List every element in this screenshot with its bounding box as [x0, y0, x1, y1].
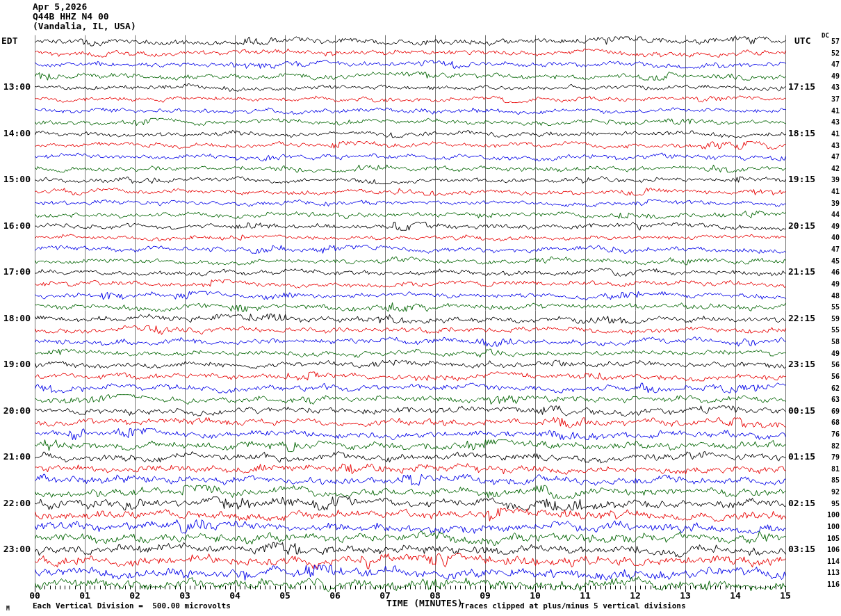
right-axis-time: 20:15 — [788, 221, 815, 231]
header-station: Q44B HHZ N4 00 — [33, 12, 109, 22]
dc-offset-value: 116 — [824, 581, 840, 588]
dc-offset-value: 63 — [824, 396, 840, 403]
bottom-axis-tick-label: 06 — [326, 591, 344, 601]
dc-offset-value: 55 — [824, 303, 840, 311]
footer-scale-note: Each Vertical Division = 500.00 microvol… — [33, 602, 231, 610]
dc-offset-value: 41 — [824, 188, 840, 195]
left-axis-time: 13:00 — [0, 82, 31, 92]
dc-offset-value: 62 — [824, 384, 840, 392]
right-axis-time: 01:15 — [788, 452, 815, 462]
dc-offset-value: 55 — [824, 326, 840, 334]
header-location: (Vandalia, IL, USA) — [33, 22, 136, 31]
dc-offset-value: 41 — [824, 130, 840, 138]
webicorder-screen: Apr 5,2026 Q44B HHZ N4 00 (Vandalia, IL,… — [0, 0, 841, 616]
right-axis-time: 19:15 — [788, 175, 815, 184]
dc-offset-value: 100 — [824, 511, 840, 519]
dc-offset-value: 68 — [824, 419, 840, 426]
dc-offset-value: 56 — [824, 361, 840, 368]
footer-clip-note: Traces clipped at plus/minus 5 vertical … — [460, 602, 686, 610]
dc-offset-value: 40 — [824, 234, 840, 241]
dc-offset-value: 95 — [824, 500, 840, 508]
dc-offset-value: 44 — [824, 211, 840, 218]
left-axis-time: 14:00 — [0, 129, 31, 138]
dc-offset-value: 41 — [824, 107, 840, 115]
dc-offset-value: 106 — [824, 546, 840, 553]
left-axis-time: 23:00 — [0, 544, 31, 554]
dc-offset-value: 58 — [824, 338, 840, 346]
bottom-axis-tick-label: 12 — [626, 591, 644, 601]
dc-offset-value: 76 — [824, 430, 840, 438]
bottom-axis-tick-label: 15 — [776, 591, 794, 601]
right-axis-time: 23:15 — [788, 359, 815, 369]
dc-offset-value: 47 — [824, 153, 840, 161]
bottom-axis-tick-label: 13 — [676, 591, 694, 601]
bottom-axis-tick-label: 00 — [26, 591, 44, 601]
dc-offset-value: 57 — [824, 38, 840, 45]
dc-offset-value: 49 — [824, 350, 840, 357]
footer-glyph: M — [6, 606, 10, 612]
bottom-axis-tick-label: 03 — [176, 591, 194, 601]
bottom-axis-tick-label: 04 — [226, 591, 244, 601]
bottom-axis-tick-label: 02 — [126, 591, 144, 601]
dc-offset-value: 46 — [824, 268, 840, 276]
dc-offset-value: 82 — [824, 442, 840, 450]
dc-offset-value: 79 — [824, 453, 840, 461]
dc-offset-value: 56 — [824, 373, 840, 380]
dc-offset-value: 47 — [824, 60, 840, 68]
dc-offset-value: 39 — [824, 176, 840, 184]
dc-offset-value: 49 — [824, 72, 840, 80]
dc-offset-value: 92 — [824, 488, 840, 496]
dc-offset-value: 100 — [824, 523, 840, 530]
dc-offset-value: 49 — [824, 280, 840, 288]
bottom-axis-tick-label: 14 — [726, 591, 744, 601]
bottom-axis-tick-label: 09 — [476, 591, 494, 601]
dc-offset-value: 105 — [824, 535, 840, 542]
dc-offset-value: 43 — [824, 142, 840, 149]
left-axis-time: 20:00 — [0, 406, 31, 416]
dc-offset-value: 85 — [824, 476, 840, 484]
bottom-axis-tick-label: 01 — [76, 591, 94, 601]
right-axis-label: UTC — [794, 36, 810, 46]
bottom-axis-tick-label: 11 — [576, 591, 594, 601]
dc-offset-value: 52 — [824, 49, 840, 57]
left-axis-time: 19:00 — [0, 359, 31, 369]
dc-offset-value: 42 — [824, 165, 840, 172]
right-axis-time: 21:15 — [788, 267, 815, 277]
dc-offset-value: 81 — [824, 465, 840, 473]
right-axis-time: 18:15 — [788, 129, 815, 138]
left-axis-time: 21:00 — [0, 452, 31, 462]
dc-offset-value: 49 — [824, 222, 840, 230]
dc-offset-value: 43 — [824, 83, 840, 91]
dc-offset-value: 48 — [824, 292, 840, 300]
bottom-axis-tick-label: 05 — [276, 591, 294, 601]
dc-offset-value: 114 — [824, 558, 840, 565]
right-axis-time: 02:15 — [788, 499, 815, 508]
header-date: Apr 5,2026 — [33, 2, 87, 12]
bottom-axis-tick-label: 10 — [526, 591, 544, 601]
right-axis-time: 22:15 — [788, 314, 815, 323]
dc-offset-value: 43 — [824, 118, 840, 126]
dc-offset-value: 113 — [824, 569, 840, 576]
left-axis-time: 18:00 — [0, 314, 31, 323]
left-axis-time: 15:00 — [0, 175, 31, 184]
right-axis-time: 17:15 — [788, 82, 815, 92]
dc-offset-value: 39 — [824, 200, 840, 207]
left-axis-label: EDT — [1, 36, 17, 46]
left-axis-time: 16:00 — [0, 221, 31, 231]
dc-offset-value: 69 — [824, 407, 840, 415]
right-axis-time: 00:15 — [788, 406, 815, 416]
dc-offset-value: 37 — [824, 95, 840, 103]
dc-offset-value: 45 — [824, 257, 840, 265]
right-axis-time: 03:15 — [788, 544, 815, 554]
left-axis-time: 22:00 — [0, 499, 31, 508]
seismogram-plot — [0, 0, 841, 616]
dc-offset-value: 47 — [824, 245, 840, 253]
bottom-axis-label: TIME (MINUTES) — [386, 599, 463, 608]
left-axis-time: 17:00 — [0, 267, 31, 277]
dc-offset-value: 59 — [824, 315, 840, 323]
